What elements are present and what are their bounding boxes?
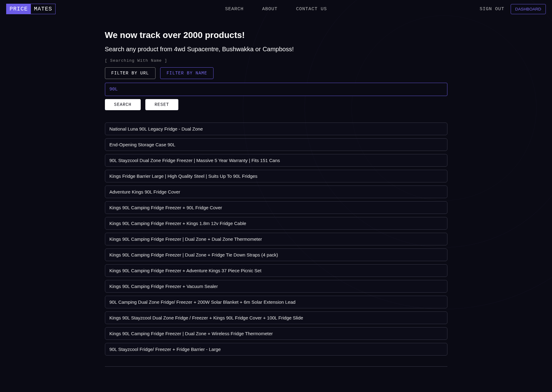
signout-link[interactable]: SIGN OUT: [480, 6, 504, 12]
header: PRICE MATES SEARCH ABOUT CONTACT US SIGN…: [0, 0, 552, 18]
result-item[interactable]: 90L Camping Dual Zone Fridge/ Freezer + …: [105, 296, 447, 308]
nav-about[interactable]: ABOUT: [262, 6, 277, 12]
result-item[interactable]: Kings Fridge Barrier Large | High Qualit…: [105, 170, 447, 182]
divider: [105, 366, 447, 367]
filter-row: FILTER BY URL FILTER BY NAME: [105, 67, 447, 79]
reset-button[interactable]: RESET: [145, 99, 178, 110]
nav-contact[interactable]: CONTACT US: [296, 6, 327, 12]
page-headline: We now track over 2000 products!: [105, 30, 447, 40]
filter-by-name-button[interactable]: FILTER BY NAME: [160, 67, 214, 79]
result-item[interactable]: Kings 90L Camping Fridge Freezer | Dual …: [105, 327, 447, 340]
nav-search[interactable]: SEARCH: [225, 6, 243, 12]
result-item[interactable]: Kings 90L Camping Fridge Freezer + Vacuu…: [105, 280, 447, 293]
search-button[interactable]: SEARCH: [105, 99, 141, 110]
filter-by-url-button[interactable]: FILTER BY URL: [105, 67, 156, 79]
logo-right: MATES: [31, 4, 55, 14]
result-item[interactable]: Kings 90L Camping Fridge Freezer | Dual …: [105, 248, 447, 261]
result-item[interactable]: Kings 90L Camping Fridge Freezer + Kings…: [105, 217, 447, 230]
search-mode-label: [ Searching With Name ]: [105, 58, 447, 63]
nav-right: SIGN OUT DASHBOARD: [480, 4, 546, 14]
logo-left: PRICE: [6, 4, 31, 14]
main-content: We now track over 2000 products! Search …: [99, 30, 454, 367]
result-item[interactable]: Kings 90L Camping Fridge Freezer | Dual …: [105, 233, 447, 245]
result-item[interactable]: Kings 90L Camping Fridge Freezer + Adven…: [105, 264, 447, 277]
result-item[interactable]: 90L Stayzcool Fridge/ Freezer + Fridge B…: [105, 343, 447, 356]
dashboard-button[interactable]: DASHBOARD: [511, 4, 546, 14]
search-input[interactable]: [105, 83, 447, 96]
result-item[interactable]: Adventure Kings 90L Fridge Cover: [105, 186, 447, 198]
result-item[interactable]: National Luna 90L Legacy Fridge - Dual Z…: [105, 123, 447, 135]
nav-center: SEARCH ABOUT CONTACT US: [225, 6, 327, 12]
result-item[interactable]: Kings 90L Stayzcool Dual Zone Fridge / F…: [105, 311, 447, 324]
page-subheadline: Search any product from 4wd Supacentre, …: [105, 46, 447, 53]
action-row: SEARCH RESET: [105, 99, 447, 110]
result-item[interactable]: End-Opening Storage Case 90L: [105, 138, 447, 151]
results-list: National Luna 90L Legacy Fridge - Dual Z…: [105, 123, 447, 356]
result-item[interactable]: 90L Stayzcool Dual Zone Fridge Freezer |…: [105, 154, 447, 167]
result-item[interactable]: Kings 90L Camping Fridge Freezer + 90L F…: [105, 201, 447, 214]
logo[interactable]: PRICE MATES: [6, 4, 56, 14]
